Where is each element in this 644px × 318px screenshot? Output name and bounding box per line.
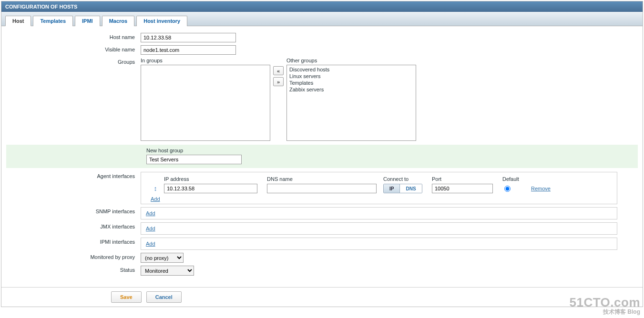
add-jmx-interface-link[interactable]: Add bbox=[146, 226, 155, 231]
header-port: Port bbox=[432, 176, 502, 182]
list-item[interactable]: Zabbix servers bbox=[288, 86, 415, 93]
page-title: CONFIGURATION OF HOSTS bbox=[1, 1, 643, 12]
label-in-groups: In groups bbox=[141, 58, 270, 63]
snmp-interfaces-box: Add bbox=[141, 207, 617, 219]
tab-templates[interactable]: Templates bbox=[33, 16, 73, 26]
visible-name-input[interactable] bbox=[141, 45, 236, 55]
host-config-panel: CONFIGURATION OF HOSTS Host Templates IP… bbox=[1, 1, 643, 307]
in-groups-listbox[interactable] bbox=[141, 65, 270, 141]
label-status: Status bbox=[6, 266, 141, 273]
other-groups-listbox[interactable]: Discovered hosts Linux servers Templates… bbox=[286, 65, 416, 141]
header-ip: IP address bbox=[164, 176, 267, 182]
jmx-interfaces-box: Add bbox=[141, 222, 617, 235]
add-ipmi-interface-link[interactable]: Add bbox=[146, 241, 155, 247]
label-monitored-by-proxy: Monitored by proxy bbox=[6, 253, 141, 260]
header-dns: DNS name bbox=[267, 176, 383, 182]
label-groups: Groups bbox=[6, 58, 141, 65]
label-snmp-interfaces: SNMP interfaces bbox=[6, 207, 141, 214]
label-host-name: Host name bbox=[6, 33, 141, 40]
proxy-select[interactable]: (no proxy) bbox=[141, 253, 184, 263]
agent-ip-input[interactable] bbox=[164, 184, 257, 193]
tab-host[interactable]: Host bbox=[5, 16, 31, 26]
footer-bar: Save Cancel bbox=[1, 287, 643, 307]
new-host-group-section: New host group bbox=[6, 145, 638, 168]
add-agent-interface-link[interactable]: Add bbox=[151, 196, 160, 202]
label-visible-name: Visible name bbox=[6, 45, 141, 52]
default-interface-radio[interactable] bbox=[504, 186, 511, 192]
list-item[interactable]: Linux servers bbox=[288, 73, 415, 80]
add-snmp-interface-link[interactable]: Add bbox=[146, 210, 155, 216]
tab-host-inventory[interactable]: Host inventory bbox=[136, 16, 187, 26]
connect-ip-option[interactable]: IP bbox=[384, 184, 400, 193]
remove-interface-link[interactable]: Remove bbox=[531, 186, 551, 191]
agent-interfaces-box: IP address DNS name Connect to Port Defa… bbox=[141, 172, 617, 204]
label-ipmi-interfaces: IPMI interfaces bbox=[6, 238, 141, 245]
move-right-button[interactable]: » bbox=[273, 77, 284, 86]
tab-ipmi[interactable]: IPMI bbox=[75, 16, 100, 26]
tabs-bar: Host Templates IPMI Macros Host inventor… bbox=[1, 12, 643, 26]
agent-port-input[interactable] bbox=[432, 184, 493, 193]
header-connect: Connect to bbox=[383, 176, 432, 182]
label-new-host-group: New host group bbox=[146, 148, 242, 153]
cancel-button[interactable]: Cancel bbox=[146, 291, 182, 303]
status-select[interactable]: Monitored bbox=[141, 266, 194, 276]
label-jmx-interfaces: JMX interfaces bbox=[6, 222, 141, 229]
move-left-button[interactable]: « bbox=[273, 66, 284, 75]
form-area: Host name Visible name Groups In groups … bbox=[1, 26, 643, 283]
list-item[interactable]: Templates bbox=[288, 80, 415, 86]
new-host-group-input[interactable] bbox=[146, 155, 242, 164]
header-default: Default bbox=[502, 176, 531, 182]
save-button[interactable]: Save bbox=[111, 291, 142, 303]
label-other-groups: Other groups bbox=[286, 58, 416, 63]
agent-dns-input[interactable] bbox=[267, 184, 377, 193]
label-agent-interfaces: Agent interfaces bbox=[6, 172, 141, 179]
ipmi-interfaces-box: Add bbox=[141, 238, 617, 250]
host-name-input[interactable] bbox=[141, 33, 236, 42]
tab-macros[interactable]: Macros bbox=[102, 16, 135, 26]
connect-to-toggle: IP DNS bbox=[383, 184, 422, 193]
drag-handle-icon[interactable]: ↕ bbox=[147, 185, 164, 192]
list-item[interactable]: Discovered hosts bbox=[288, 66, 415, 73]
connect-dns-option[interactable]: DNS bbox=[400, 184, 421, 193]
